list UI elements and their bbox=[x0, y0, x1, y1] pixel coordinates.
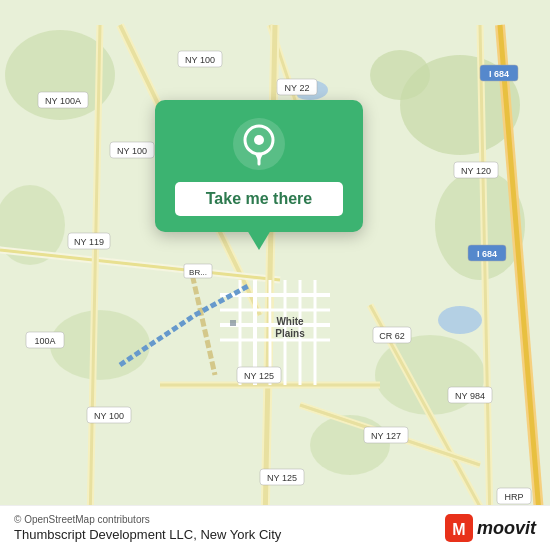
svg-text:HRP: HRP bbox=[504, 492, 523, 502]
svg-text:BR...: BR... bbox=[189, 268, 207, 277]
svg-text:CR 62: CR 62 bbox=[379, 331, 405, 341]
svg-text:M: M bbox=[452, 521, 465, 538]
svg-text:Plains: Plains bbox=[275, 328, 305, 339]
svg-text:NY 125: NY 125 bbox=[244, 371, 274, 381]
svg-text:I 684: I 684 bbox=[489, 69, 509, 79]
svg-text:NY 127: NY 127 bbox=[371, 431, 401, 441]
svg-text:NY 100: NY 100 bbox=[94, 411, 124, 421]
moovit-text: moovit bbox=[477, 518, 536, 539]
svg-text:NY 120: NY 120 bbox=[461, 166, 491, 176]
take-me-there-button[interactable]: Take me there bbox=[175, 182, 343, 216]
svg-text:White: White bbox=[276, 316, 304, 327]
svg-text:NY 100A: NY 100A bbox=[45, 96, 81, 106]
svg-text:NY 119: NY 119 bbox=[74, 237, 104, 247]
svg-text:100A: 100A bbox=[34, 336, 55, 346]
moovit-icon: M bbox=[445, 514, 473, 542]
svg-text:NY 984: NY 984 bbox=[455, 391, 485, 401]
svg-text:NY 22: NY 22 bbox=[285, 83, 310, 93]
svg-text:NY 125: NY 125 bbox=[267, 473, 297, 483]
svg-point-10 bbox=[438, 306, 482, 334]
location-label: Thumbscript Development LLC, New York Ci… bbox=[14, 527, 281, 542]
svg-point-3 bbox=[370, 50, 430, 100]
svg-text:NY 100: NY 100 bbox=[117, 146, 147, 156]
svg-point-83 bbox=[254, 135, 264, 145]
svg-text:NY 100: NY 100 bbox=[185, 55, 215, 65]
svg-point-6 bbox=[50, 310, 150, 380]
osm-credit: © OpenStreetMap contributors bbox=[14, 514, 281, 525]
svg-rect-78 bbox=[230, 320, 236, 326]
footer: © OpenStreetMap contributors Thumbscript… bbox=[0, 505, 550, 550]
svg-text:I 684: I 684 bbox=[477, 249, 497, 259]
map-container: NY 100 NY 100A NY 22 NY 100 NY 119 NY 12… bbox=[0, 0, 550, 550]
footer-left: © OpenStreetMap contributors Thumbscript… bbox=[14, 514, 281, 542]
moovit-logo: M moovit bbox=[445, 514, 536, 542]
location-popup: Take me there bbox=[155, 100, 363, 232]
map-pin-icon bbox=[233, 118, 285, 170]
map-background: NY 100 NY 100A NY 22 NY 100 NY 119 NY 12… bbox=[0, 0, 550, 550]
